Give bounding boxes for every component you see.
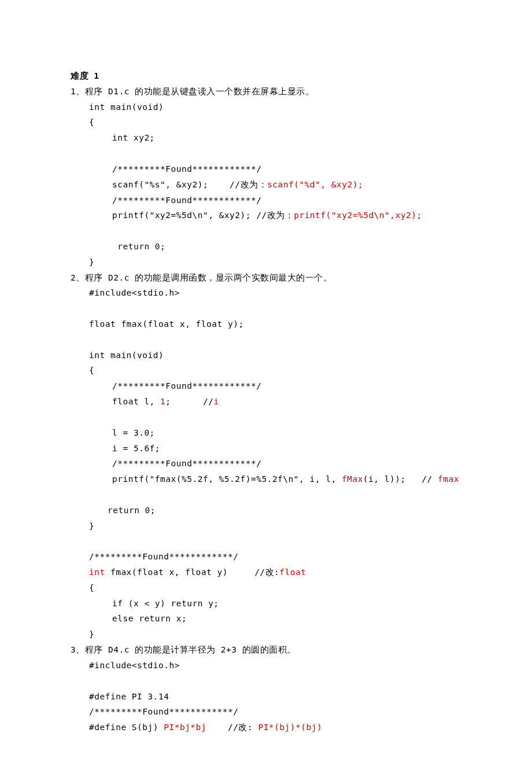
found-comment: /*********Found************/ [71, 549, 532, 565]
code-line: i = 5.6f; [71, 441, 532, 456]
correction-text: i [213, 397, 219, 406]
code-line: return 0; [71, 503, 532, 518]
code-text: ; // [165, 397, 213, 406]
section-1: 1、程序 D1.c 的功能是从键盘读入一个数并在屏幕上显示。 int main(… [71, 84, 532, 270]
code-text: printf("xy2=%5d\n", &xy2); //改为： [112, 211, 294, 220]
correction-text: int [89, 568, 105, 577]
section-2: 2、程序 D2.c 的功能是调用函数，显示两个实数间最大的一个。 #includ… [71, 270, 532, 643]
correction-text: 1 [160, 397, 165, 406]
correction-text: scanf("%d", &xy2); [267, 180, 363, 189]
section1-title: 1、程序 D1.c 的功能是从键盘读入一个数并在屏幕上显示。 [71, 84, 532, 100]
code-text: printf("fmax(%5.2f, %5.2f)=%5.2f\n", i, … [112, 474, 342, 484]
section-3: 3、程序 D4.c 的功能是计算半径为 2+3 的圆的面积。 #include<… [71, 642, 532, 735]
code-line: } [71, 255, 532, 270]
code-line: if (x < y) return y; [71, 596, 532, 611]
heading-text: 难度 1 [71, 71, 99, 80]
code-line: #include<stdio.h> [71, 285, 532, 301]
code-line: #define PI 3.14 [71, 689, 532, 705]
code-line: int main(void) [71, 100, 532, 115]
code-line: { [71, 580, 532, 596]
section3-title: 3、程序 D4.c 的功能是计算半径为 2+3 的圆的面积。 [71, 642, 532, 658]
code-line: l = 3.0; [71, 425, 532, 441]
found-comment: /*********Found************/ [71, 704, 532, 720]
code-line: return 0; [71, 239, 532, 255]
correction-text: PI*bj*bj [164, 723, 206, 732]
code-text: float l, [112, 397, 160, 406]
correction-text: printf("xy2=%5d\n",xy2); [294, 211, 422, 220]
code-text: (i, l)); // [363, 474, 438, 484]
code-text: #define S(bj) [89, 723, 164, 732]
section2-title: 2、程序 D2.c 的功能是调用函数，显示两个实数间最大的一个。 [71, 270, 532, 286]
code-line: int fmax(float x, float y) //改:float [71, 565, 532, 580]
correction-text: fMax [342, 474, 363, 484]
code-line: #include<stdio.h> [71, 658, 532, 673]
correction-text: fmax [438, 474, 459, 484]
code-line: } [71, 518, 532, 534]
found-comment: /*********Found************/ [71, 161, 532, 177]
code-line: float l, 1; //i [71, 394, 532, 410]
found-comment: /*********Found************/ [71, 193, 532, 208]
code-line: scanf("%s", &xy2); //改为：scanf("%d", &xy2… [71, 177, 532, 193]
found-comment: /*********Found************/ [71, 378, 532, 394]
code-line: float fmax(float x, float y); [71, 316, 532, 332]
code-line: { [71, 115, 532, 130]
code-text: //改: [206, 723, 258, 732]
correction-text: PI*(bj)*(bj) [258, 723, 322, 732]
code-text: scanf("%s", &xy2); //改为： [112, 180, 267, 189]
code-text: fmax(float x, float y) //改: [105, 568, 280, 577]
difficulty-heading: 难度 1 [71, 68, 532, 84]
code-line: printf("xy2=%5d\n", &xy2); //改为：printf("… [71, 208, 532, 223]
correction-text: float [279, 568, 306, 577]
code-line: { [71, 363, 532, 378]
code-line: else return x; [71, 611, 532, 627]
found-comment: /*********Found************/ [71, 456, 532, 471]
code-line: } [71, 627, 532, 642]
code-line: int main(void) [71, 348, 532, 363]
code-line: #define S(bj) PI*bj*bj //改: PI*(bj)*(bj) [71, 720, 532, 735]
code-line: printf("fmax(%5.2f, %5.2f)=%5.2f\n", i, … [71, 471, 532, 487]
code-line: int xy2; [71, 130, 532, 146]
